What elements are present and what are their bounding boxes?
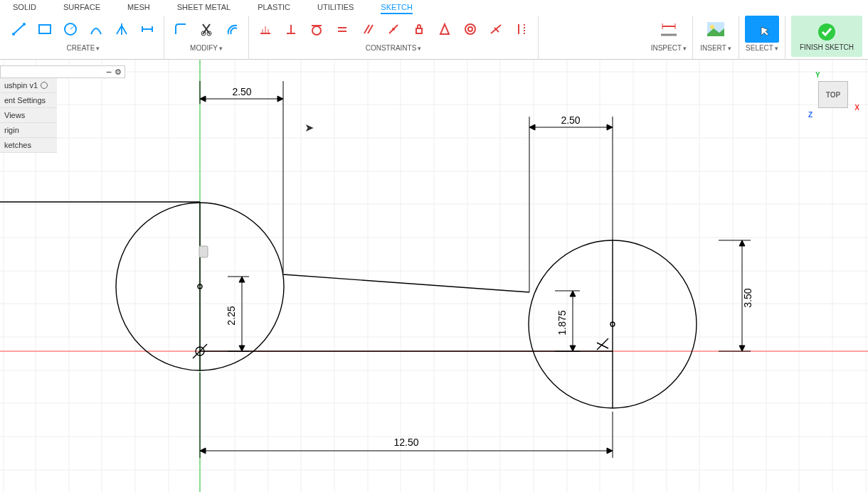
svg-line-89 xyxy=(597,338,608,350)
trim-tool-icon[interactable] xyxy=(196,18,217,40)
browser-root[interactable]: ushpin v1 xyxy=(0,78,57,93)
svg-text:2.25: 2.25 xyxy=(226,306,237,325)
fix-constraint-icon[interactable] xyxy=(408,18,430,40)
group-insert: INSERT xyxy=(693,16,739,60)
inspect-tool-icon[interactable] xyxy=(652,16,686,43)
finish-sketch-button[interactable]: FINISH SKETCH xyxy=(791,16,862,57)
svg-text:2.50: 2.50 xyxy=(561,114,580,126)
group-modify-label[interactable]: MODIFY xyxy=(190,44,223,52)
ribbon-tabs: SOLID SURFACE MESH SHEET METAL PLASTIC U… xyxy=(0,0,868,14)
coincident-constraint-icon[interactable] xyxy=(383,18,404,40)
select-tool-icon[interactable] xyxy=(745,16,779,43)
horizontal-constraint-icon[interactable] xyxy=(255,18,276,40)
svg-line-84 xyxy=(283,274,529,292)
tab-utilities[interactable]: UTILITIES xyxy=(317,3,354,14)
rectangle-tool-icon[interactable] xyxy=(34,18,55,40)
tab-sketch[interactable]: SKETCH xyxy=(381,3,413,14)
svg-text:2.50: 2.50 xyxy=(232,86,251,97)
midpoint-constraint-icon[interactable] xyxy=(485,18,507,40)
svg-text:12.50: 12.50 xyxy=(393,437,418,448)
group-select: SELECT xyxy=(739,16,785,60)
arc-tool-icon[interactable] xyxy=(85,18,107,40)
browser-item-views[interactable]: Views xyxy=(0,108,57,123)
axis-x-label: X xyxy=(854,104,859,112)
svg-point-23 xyxy=(465,24,475,34)
dim-d1[interactable]: 2.50 xyxy=(200,81,283,273)
group-constraints: CONSTRAINTS xyxy=(249,16,539,60)
equal-constraint-icon[interactable] xyxy=(332,18,353,40)
toolbar: CREATE MODIFY CONSTRAINTS INSPE xyxy=(0,14,868,60)
tab-surface[interactable]: SURFACE xyxy=(63,3,100,14)
svg-text:3.50: 3.50 xyxy=(742,288,753,307)
dim-d5[interactable]: 3.50 xyxy=(719,240,753,351)
browser-collapse-icon[interactable]: − xyxy=(106,68,112,75)
browser-item-origin[interactable]: rigin xyxy=(0,123,57,138)
tangent-constraint-icon[interactable] xyxy=(306,18,327,40)
grid xyxy=(0,60,868,492)
line-tool-icon[interactable] xyxy=(9,18,30,40)
collinear-constraint-icon[interactable] xyxy=(511,18,532,40)
tab-solid[interactable]: SOLID xyxy=(13,3,36,14)
group-create: CREATE xyxy=(3,16,164,60)
group-inspect-label[interactable]: INSPECT xyxy=(651,44,687,52)
axis-y-label: Y xyxy=(815,71,820,79)
circle-tool-icon[interactable] xyxy=(60,18,81,40)
group-finish: FINISH SKETCH xyxy=(785,16,868,60)
view-cube[interactable]: TOP Y X Z xyxy=(808,71,858,121)
group-inspect: INSPECT xyxy=(645,16,693,60)
view-cube-face[interactable]: TOP xyxy=(818,81,848,108)
browser-settings-icon[interactable]: ⚙ xyxy=(115,68,122,77)
browser-item-settings[interactable]: ent Settings xyxy=(0,93,57,108)
svg-point-1 xyxy=(23,23,26,26)
svg-point-21 xyxy=(392,28,395,31)
concentric-constraint-icon[interactable] xyxy=(460,18,481,40)
sketch-geometry[interactable] xyxy=(0,202,697,408)
browser-panel[interactable]: − ⚙ ushpin v1 ent Settings Views rigin k… xyxy=(0,65,57,153)
tab-sheetmetal[interactable]: SHEET METAL xyxy=(177,3,231,14)
svg-text:1.875: 1.875 xyxy=(556,310,568,335)
canvas[interactable]: 2.50 2.50 2.25 1.875 xyxy=(0,60,868,492)
group-create-label[interactable]: CREATE xyxy=(67,44,100,52)
dim-d6[interactable]: 12.50 xyxy=(200,373,613,458)
tab-mesh[interactable]: MESH xyxy=(127,3,150,14)
check-icon xyxy=(817,22,837,42)
svg-rect-2 xyxy=(39,25,51,33)
svg-rect-22 xyxy=(416,28,422,33)
svg-point-24 xyxy=(468,27,472,31)
svg-point-14 xyxy=(312,26,321,35)
svg-line-4 xyxy=(70,26,75,29)
browser-header[interactable]: − ⚙ xyxy=(0,65,125,78)
axis-z-label: Z xyxy=(808,111,813,119)
insert-tool-icon[interactable] xyxy=(699,16,733,43)
dimension-tool-icon[interactable] xyxy=(137,18,158,40)
symmetry-constraint-icon[interactable] xyxy=(434,18,455,40)
parallel-constraint-icon[interactable] xyxy=(357,18,379,40)
finish-label: FINISH SKETCH xyxy=(800,43,854,51)
browser-item-sketches[interactable]: ketches xyxy=(0,138,57,153)
svg-rect-91 xyxy=(199,246,208,257)
group-select-label[interactable]: SELECT xyxy=(746,44,778,52)
group-insert-label[interactable]: INSERT xyxy=(700,44,731,52)
perpendicular-constraint-icon[interactable] xyxy=(280,18,302,40)
group-constraints-label[interactable]: CONSTRAINTS xyxy=(366,44,422,52)
dim-d3[interactable]: 2.25 xyxy=(226,277,249,351)
mirror-tool-icon[interactable] xyxy=(111,18,132,40)
offset-tool-icon[interactable] xyxy=(221,18,243,40)
fillet-tool-icon[interactable] xyxy=(170,18,191,40)
visibility-toggle-icon[interactable] xyxy=(41,82,48,89)
svg-point-0 xyxy=(12,33,15,36)
group-modify: MODIFY xyxy=(164,16,249,60)
tab-plastic[interactable]: PLASTIC xyxy=(258,3,290,14)
